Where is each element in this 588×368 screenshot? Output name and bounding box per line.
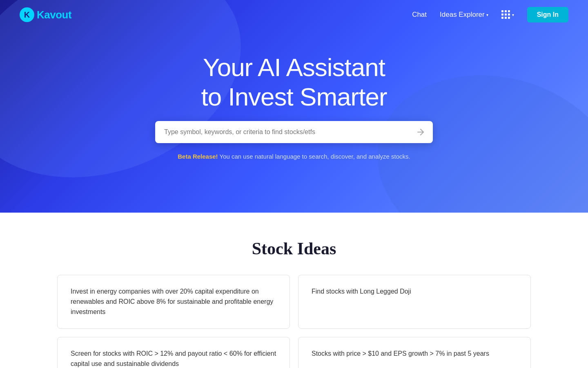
idea-card[interactable]: Stocks with price > $10 and EPS growth >… bbox=[298, 337, 531, 368]
search-submit-icon[interactable] bbox=[416, 127, 425, 137]
navbar: K Kavout Chat Ideas Explorer ▾ ▾ Sign In bbox=[0, 0, 588, 29]
hero-title: Your AI Assistant to Invest Smarter bbox=[201, 53, 387, 111]
nav-ideas-explorer[interactable]: Ideas Explorer ▾ bbox=[440, 11, 488, 19]
idea-card[interactable]: Find stocks with Long Legged Doji bbox=[298, 275, 531, 329]
svg-text:K: K bbox=[24, 10, 30, 19]
section-title: Stock Ideas bbox=[252, 239, 336, 258]
cards-grid: Invest in energy companies with over 20%… bbox=[57, 275, 531, 368]
idea-card-text: Find stocks with Long Legged Doji bbox=[312, 287, 517, 297]
nav-links: Chat Ideas Explorer ▾ ▾ Sign In bbox=[412, 7, 568, 22]
grid-chevron-icon: ▾ bbox=[512, 13, 514, 17]
chevron-down-icon: ▾ bbox=[486, 13, 488, 17]
idea-card-text: Invest in energy companies with over 20%… bbox=[71, 287, 276, 317]
search-bar-wrap bbox=[155, 121, 433, 143]
idea-card-text: Stocks with price > $10 and EPS growth >… bbox=[312, 349, 517, 359]
nav-chat[interactable]: Chat bbox=[412, 11, 427, 19]
grid-icon bbox=[501, 10, 510, 19]
idea-card[interactable]: Screen for stocks with ROIC > 12% and pa… bbox=[57, 337, 290, 368]
logo[interactable]: K Kavout bbox=[20, 7, 71, 22]
hero-content: Your AI Assistant to Invest Smarter Beta… bbox=[155, 53, 433, 160]
beta-notice: Beta Release! You can use natural langua… bbox=[178, 153, 410, 160]
idea-card[interactable]: Invest in energy companies with over 20%… bbox=[57, 275, 290, 329]
grid-menu[interactable]: ▾ bbox=[501, 10, 514, 19]
search-input[interactable] bbox=[155, 121, 433, 143]
idea-card-text: Screen for stocks with ROIC > 12% and pa… bbox=[71, 349, 276, 368]
hero-section: Your AI Assistant to Invest Smarter Beta… bbox=[0, 0, 588, 213]
logo-text: Kavout bbox=[37, 9, 71, 21]
sign-in-button[interactable]: Sign In bbox=[527, 7, 568, 22]
stock-ideas-section: Stock Ideas Invest in energy companies w… bbox=[0, 213, 588, 368]
